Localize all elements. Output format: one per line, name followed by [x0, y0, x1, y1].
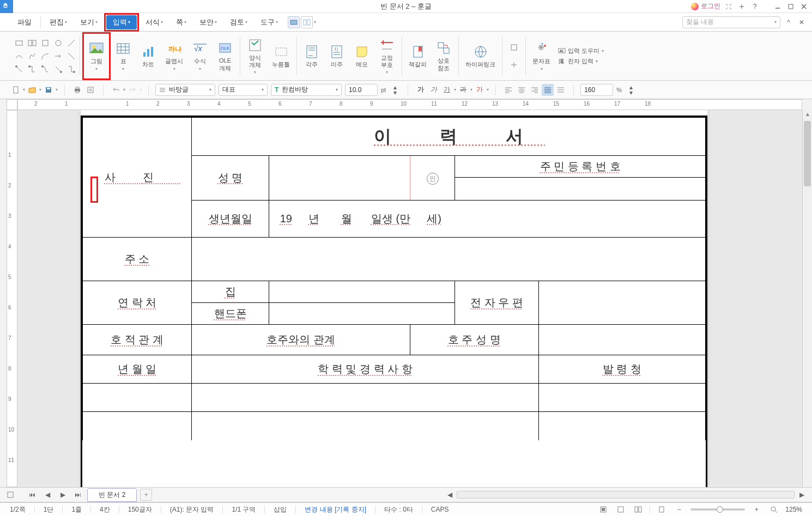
fit-width-icon[interactable]	[656, 503, 668, 515]
shape-conn1-icon[interactable]	[13, 63, 25, 75]
menu-page[interactable]: 쪽▾	[169, 15, 193, 29]
zoom-label[interactable]: 125%	[785, 506, 802, 513]
shape-circle-icon[interactable]	[52, 37, 64, 49]
shape-line-icon[interactable]	[65, 37, 77, 49]
italic-button[interactable]: 가	[428, 84, 440, 96]
input-helper-button[interactable]: AI입력 도우미▾	[558, 47, 604, 55]
menu-edit[interactable]: 편집▾	[43, 15, 74, 29]
shape-conn5-icon[interactable]	[65, 63, 77, 75]
table-row[interactable]	[538, 384, 705, 412]
hoju-name-value[interactable]	[538, 325, 705, 355]
chart-button[interactable]: 차트	[136, 34, 161, 78]
ole-button[interactable]: OLE OLE 개체	[213, 34, 238, 78]
help-icon[interactable]: ?	[750, 2, 760, 11]
document-view[interactable]: 사진 이 력 서 성 명 인 주 민 등 록 번 호	[17, 110, 802, 487]
bookmark-button[interactable]: 책갈피	[404, 34, 431, 78]
search-input[interactable]: 찾을 내용▾	[682, 16, 780, 28]
status-caps[interactable]: CAPS	[431, 506, 449, 513]
menu-format[interactable]: 서식▾	[139, 15, 169, 29]
menu-file[interactable]: 파일	[11, 15, 38, 29]
menu-tools[interactable]: 도구▾	[254, 15, 284, 29]
document-tab[interactable]: 빈 문서 2	[87, 488, 137, 502]
resume-table[interactable]: 사진 이 력 서 성 명 인 주 민 등 록 번 호	[82, 117, 706, 440]
align-right-button[interactable]	[529, 84, 541, 96]
view-mode-1-icon[interactable]	[597, 503, 609, 515]
expand-icon[interactable]	[724, 2, 734, 11]
zoom-out-button[interactable]: −	[673, 503, 685, 515]
shape-conn4-icon[interactable]	[52, 63, 64, 75]
hscroll-left[interactable]: ◀	[444, 489, 456, 501]
tab-prev-button[interactable]: ◀	[41, 489, 53, 501]
horizontal-ruler[interactable]: 21123456789101112131415161718	[17, 99, 802, 110]
toolbar-view-icon-1[interactable]	[288, 16, 300, 28]
table-row[interactable]	[538, 412, 705, 440]
shape-conn2-icon[interactable]	[26, 63, 38, 75]
shape-curve-icon[interactable]	[13, 50, 25, 62]
vertical-scrollbar[interactable]: ▴	[802, 110, 812, 487]
shape-rects-icon[interactable]	[26, 37, 38, 49]
address-value[interactable]	[192, 238, 706, 281]
font-select[interactable]: T한컴바탕▾	[271, 84, 342, 96]
toolbar-view-icon-2[interactable]	[301, 16, 313, 28]
view-mode-3-icon[interactable]	[632, 503, 644, 515]
fontsize-input[interactable]: 10.0	[345, 84, 378, 96]
fontcolor-button[interactable]: 가	[474, 84, 486, 96]
hanja-button[interactable]: 漢한자 입력▾	[558, 57, 604, 65]
footnote-button[interactable]: 각주	[299, 34, 324, 78]
mobile-value[interactable]	[269, 303, 455, 325]
close-panel-icon[interactable]: ✕	[797, 17, 807, 27]
ssn-value[interactable]	[455, 178, 705, 199]
endnote-button[interactable]: 1) 미주	[324, 34, 349, 78]
proof-button[interactable]: 교정 부호▾	[374, 34, 399, 78]
memo-button[interactable]: 메모	[349, 34, 374, 78]
ribbon-extra-icon-2[interactable]	[508, 59, 520, 71]
strike-button[interactable]: 과	[457, 84, 469, 96]
save-button[interactable]	[43, 84, 54, 96]
form-button[interactable]: 양식 개체▾	[243, 34, 268, 78]
picture-button[interactable]: 그림 ▾	[84, 34, 109, 78]
menu-review[interactable]: 검토▾	[223, 15, 254, 29]
tab-first-button[interactable]: ⏮	[26, 489, 38, 501]
shapes-gallery[interactable]	[13, 37, 77, 75]
shape-conn3-icon[interactable]	[39, 63, 51, 75]
view-mode-2-icon[interactable]	[615, 503, 627, 515]
status-insert[interactable]: 삽입	[274, 505, 287, 514]
tab-last-button[interactable]: ⏭	[72, 489, 84, 501]
close-button[interactable]	[799, 2, 809, 11]
menu-security[interactable]: 보안▾	[193, 15, 223, 29]
linespace-input[interactable]: 160	[580, 84, 613, 96]
ribbon-extra-icon-1[interactable]	[508, 41, 520, 53]
chartable-button[interactable]: ※ 문자표▾	[528, 34, 555, 78]
hscroll-right[interactable]: ▶	[796, 489, 808, 501]
email-value[interactable]	[538, 281, 705, 325]
status-track-changes[interactable]: 변경 내용 [기록 중지]	[305, 505, 366, 514]
redo-button[interactable]	[126, 84, 138, 96]
table-row[interactable]	[192, 412, 538, 440]
align-left-button[interactable]	[502, 84, 514, 96]
tab-next-button[interactable]: ▶	[57, 489, 69, 501]
dob-value[interactable]: 19 년 월 일생 (만 세)	[269, 200, 705, 237]
rep-select[interactable]: 대표▾	[219, 84, 268, 96]
fontsize-down[interactable]: ▾	[389, 90, 401, 95]
equation-button[interactable]: √x 수식▾	[187, 34, 213, 78]
table-row[interactable]	[192, 384, 538, 412]
print-button[interactable]	[71, 84, 83, 96]
shape-arrow-icon[interactable]	[52, 50, 64, 62]
vertical-ruler[interactable]: 1234567891011	[7, 110, 17, 487]
shape-diag-icon[interactable]	[65, 50, 77, 62]
table-row[interactable]	[83, 384, 192, 412]
shape-rect-icon[interactable]	[13, 37, 25, 49]
shape-poly-icon[interactable]	[26, 50, 38, 62]
undo-button[interactable]	[110, 84, 122, 96]
shape-square-icon[interactable]	[39, 37, 51, 49]
shrink-icon[interactable]	[737, 2, 747, 11]
underline-button[interactable]: 가	[441, 84, 453, 96]
login-button[interactable]: 로그인	[691, 2, 720, 11]
name-value[interactable]	[269, 156, 410, 200]
maximize-button[interactable]	[786, 2, 796, 11]
bold-button[interactable]: 가	[415, 84, 427, 96]
wordart-button[interactable]: 까나다 글맵시▾	[161, 34, 187, 78]
horizontal-scrollbar[interactable]	[457, 491, 795, 499]
style-select[interactable]: 바탕글▾	[155, 84, 215, 96]
zoom-fit-icon[interactable]	[768, 503, 780, 515]
